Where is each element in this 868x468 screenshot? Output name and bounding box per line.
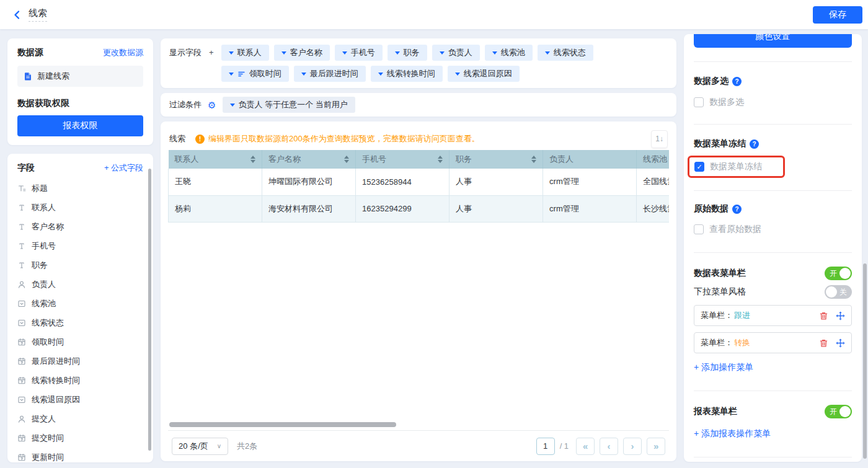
save-button[interactable]: 保存 [813, 6, 862, 24]
raw-data-checkbox[interactable]: 查看原始数据 [694, 224, 852, 235]
display-field-chip[interactable]: 负责人 [432, 45, 480, 61]
color-settings-button[interactable]: 颜色设置 [694, 34, 852, 48]
person-icon [17, 280, 26, 289]
help-icon[interactable]: ? [750, 139, 759, 149]
menu-bar-name: 跟进 [734, 310, 750, 321]
display-field-chip[interactable]: 线索退回原因 [448, 66, 520, 82]
multi-select-title: 数据多选 [694, 76, 728, 87]
datasource-item[interactable]: 新建线索 [17, 66, 143, 87]
field-item-label: 提交人 [32, 413, 56, 425]
horizontal-scrollbar-thumb[interactable] [169, 422, 396, 427]
display-field-chip[interactable]: 领取时间 [221, 66, 289, 82]
column-header[interactable]: 客户名称 [262, 150, 356, 169]
menu-freeze-checkbox[interactable]: ✓ 数据菜单冻结 [694, 161, 762, 172]
page-size-value: 20 条/页 [179, 441, 208, 452]
trash-icon[interactable] [819, 311, 828, 320]
menu-bar-item: 菜单栏：跟进 [694, 305, 852, 326]
column-header[interactable]: 职务 [450, 150, 543, 169]
chip-label: 联系人 [237, 47, 262, 58]
display-fields-label: 显示字段 [169, 45, 202, 61]
column-header[interactable]: 联系人 [169, 150, 262, 169]
field-item[interactable]: 负责人 [17, 275, 143, 294]
filter-settings-gear-icon[interactable]: ⚙ [208, 100, 216, 110]
field-item[interactable]: 线索转换时间 [17, 371, 143, 390]
display-field-chip[interactable]: 联系人 [221, 45, 269, 61]
display-field-chip[interactable]: 职务 [388, 45, 427, 61]
chevron-down-icon [301, 73, 306, 76]
display-field-chip[interactable]: 线索状态 [538, 45, 593, 61]
date-icon [17, 376, 26, 385]
field-item-label: 线索转换时间 [32, 375, 80, 386]
sort-arrows-icon[interactable] [438, 156, 443, 163]
chip-label: 客户名称 [290, 47, 322, 58]
field-item[interactable]: 标题 [17, 179, 143, 198]
report-menu-toggle[interactable]: 开 [825, 405, 852, 418]
column-header: 负责人 [543, 150, 637, 169]
current-page-input[interactable]: 1 [536, 438, 555, 455]
numeric-sort-icon[interactable]: 1↓ [651, 130, 668, 148]
person-icon [17, 415, 26, 423]
display-field-chip[interactable]: 客户名称 [274, 45, 330, 61]
dropdown-style-label: 下拉菜单风格 [694, 286, 746, 298]
multi-select-checkbox[interactable]: 数据多选 [694, 97, 852, 108]
page-scrollbar[interactable] [863, 263, 867, 459]
chip-label: 线索状态 [554, 47, 586, 58]
field-item[interactable]: 客户名称 [17, 217, 143, 236]
report-permission-button[interactable]: 报表权限 [17, 115, 143, 136]
fields-scrollbar[interactable] [148, 169, 151, 451]
field-item[interactable]: 线索池 [17, 294, 143, 313]
field-item[interactable]: 更新时间 [17, 448, 143, 462]
back-icon[interactable] [11, 9, 24, 21]
display-field-chip[interactable]: 线索转换时间 [371, 66, 443, 82]
sort-arrows-icon[interactable] [250, 156, 255, 163]
field-item[interactable]: 线索状态 [17, 313, 143, 332]
field-item-label: 线索状态 [32, 317, 64, 329]
filter-condition-chip[interactable]: 负责人 等于任意一个 当前用户 [223, 97, 355, 113]
first-page-button[interactable]: « [576, 438, 595, 455]
add-report-menu-link[interactable]: + 添加报表操作菜单 [694, 428, 771, 439]
fields-list: 标题联系人客户名称手机号职务负责人线索池线索状态领取时间最后跟进时间线索转换时间… [17, 179, 143, 462]
field-item[interactable]: 领取时间 [17, 332, 143, 351]
display-field-chip[interactable]: 最后跟进时间 [294, 66, 366, 82]
sort-arrows-icon[interactable] [531, 156, 536, 163]
field-item[interactable]: 提交时间 [17, 428, 143, 448]
checkbox-checked-icon[interactable]: ✓ [694, 162, 704, 172]
chevron-down-icon [455, 73, 460, 76]
field-item[interactable]: 最后跟进时间 [17, 351, 143, 371]
top-bar: 线索 保存 [0, 0, 868, 29]
checkbox-unchecked-icon[interactable] [694, 224, 704, 234]
next-page-button[interactable]: › [623, 438, 642, 455]
display-field-chip[interactable]: 手机号 [335, 45, 383, 61]
table-menu-toggle[interactable]: 开 [825, 267, 852, 280]
help-icon[interactable]: ? [732, 205, 742, 214]
sort-arrows-icon[interactable] [344, 156, 349, 163]
sort-lines-icon [237, 70, 246, 78]
move-icon[interactable] [836, 338, 845, 348]
formula-field-link[interactable]: + 公式字段 [104, 162, 143, 174]
checkbox-unchecked-icon[interactable] [694, 97, 704, 107]
previous-page-button[interactable]: ‹ [600, 438, 618, 455]
trash-icon[interactable] [819, 338, 828, 348]
field-item[interactable]: 手机号 [17, 236, 143, 255]
total-count: 共2条 [237, 441, 257, 452]
last-page-button[interactable]: » [647, 438, 665, 455]
field-item[interactable]: 联系人 [17, 198, 143, 217]
field-item[interactable]: 线索退回原因 [17, 390, 143, 409]
field-item[interactable]: 提交人 [17, 409, 143, 428]
table-cell: crm管理 [543, 195, 637, 222]
report-menu-title: 报表菜单栏 [694, 406, 737, 417]
field-item[interactable]: 职务 [17, 255, 143, 275]
help-icon[interactable]: ? [732, 77, 742, 86]
change-datasource-link[interactable]: 更改数据源 [103, 47, 143, 58]
column-header[interactable]: 手机号 [356, 150, 450, 169]
dropdown-style-toggle[interactable]: 关 [825, 285, 852, 299]
table-row: 杨莉海安材料有限公司16235294299人事crm管理长沙线索池 [169, 195, 670, 222]
menu-bar-prefix: 菜单栏： [701, 310, 733, 321]
add-action-menu-link[interactable]: + 添加操作菜单 [694, 362, 753, 373]
move-icon[interactable] [836, 311, 845, 320]
display-field-chip[interactable]: 线索池 [485, 45, 533, 61]
add-display-field-button[interactable]: + [206, 45, 216, 61]
toggle-knob [839, 268, 851, 279]
page-size-select[interactable]: 20 条/页 ∨ [172, 438, 228, 455]
center-panel: 显示字段 + 联系人客户名称手机号职务负责人线索池线索状态 领取时间最后跟进时间… [161, 38, 676, 461]
